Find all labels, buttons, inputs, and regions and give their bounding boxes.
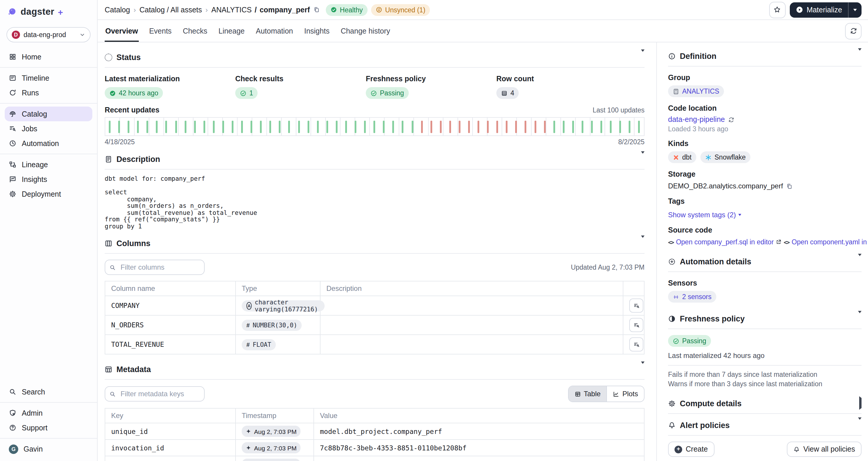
update-bar[interactable]: [118, 120, 120, 133]
update-bar[interactable]: [288, 120, 290, 133]
tab-insights[interactable]: Insights: [304, 20, 330, 42]
update-bar[interactable]: [393, 120, 394, 133]
update-bar[interactable]: [345, 120, 347, 133]
update-bar[interactable]: [383, 120, 385, 133]
tab-events[interactable]: Events: [149, 20, 172, 42]
show-system-tags-link[interactable]: Show system tags (2): [668, 211, 862, 219]
update-bar[interactable]: [619, 120, 621, 133]
collapse-section-button[interactable]: [641, 238, 645, 249]
update-bar[interactable]: [534, 120, 536, 133]
sidebar-item-jobs[interactable]: Jobs: [5, 121, 92, 136]
sidebar-item-search[interactable]: Search: [5, 384, 92, 399]
tab-automation[interactable]: Automation: [255, 20, 293, 42]
tab-change-history[interactable]: Change history: [340, 20, 391, 42]
collapse-section-button[interactable]: [641, 364, 645, 374]
kind-badge-dbt[interactable]: dbt: [668, 151, 696, 163]
sidebar-item-insights[interactable]: Insights: [5, 172, 92, 186]
update-bar[interactable]: [213, 120, 215, 133]
sidebar-item-catalog[interactable]: Catalog: [5, 107, 92, 121]
update-bar[interactable]: [525, 120, 527, 133]
timestamp-badge[interactable]: Aug 2, 7:03 PM: [242, 426, 301, 437]
update-bar[interactable]: [582, 120, 583, 133]
update-bar[interactable]: [373, 120, 375, 133]
update-bar[interactable]: [563, 120, 564, 133]
update-bar[interactable]: [109, 120, 111, 133]
update-bar[interactable]: [544, 120, 546, 133]
update-bar[interactable]: [156, 120, 158, 133]
refresh-button[interactable]: [845, 23, 862, 39]
update-bar[interactable]: [402, 120, 404, 133]
reload-icon[interactable]: [728, 116, 734, 123]
unsynced-badge[interactable]: Unsynced (1): [371, 4, 430, 16]
view-all-policies-button[interactable]: View all policies: [787, 441, 862, 457]
timestamp-badge[interactable]: Aug 2, 7:03 PM: [242, 442, 301, 453]
update-bar[interactable]: [468, 120, 470, 133]
update-bar[interactable]: [270, 120, 271, 133]
breadcrumb-group[interactable]: ANALYTICS: [211, 6, 252, 14]
collapse-section-button[interactable]: [641, 154, 645, 164]
toggle-table-view[interactable]: Table: [568, 386, 606, 402]
update-bar[interactable]: [629, 120, 631, 133]
update-bar[interactable]: [364, 120, 366, 133]
sidebar-item-admin[interactable]: Admin: [5, 406, 92, 421]
create-alert-button[interactable]: + Create: [668, 441, 714, 457]
update-bar[interactable]: [449, 120, 451, 133]
update-bar[interactable]: [204, 120, 205, 133]
copy-icon[interactable]: [786, 183, 793, 189]
kind-badge-snowflake[interactable]: Snowflake: [701, 151, 750, 163]
view-column-lineage-button[interactable]: [629, 337, 643, 351]
group-badge[interactable]: ANALYTICS: [668, 85, 724, 97]
update-bar[interactable]: [327, 120, 328, 133]
sidebar-item-automation[interactable]: Automation: [5, 136, 92, 151]
update-bar[interactable]: [250, 120, 252, 133]
sidebar-item-runs[interactable]: Runs: [5, 85, 92, 100]
update-bar[interactable]: [440, 120, 441, 133]
breadcrumb-all-assets[interactable]: Catalog / All assets: [140, 6, 202, 14]
sidebar-item-deployment[interactable]: Deployment: [5, 186, 92, 201]
columns-filter-input[interactable]: [105, 260, 205, 275]
update-bar[interactable]: [137, 120, 139, 133]
materialize-menu-button[interactable]: [848, 8, 862, 11]
update-bar[interactable]: [591, 120, 593, 133]
brand-logo[interactable]: dagster +: [0, 0, 97, 17]
breadcrumb-catalog[interactable]: Catalog: [105, 6, 130, 14]
collapse-section-button[interactable]: [858, 256, 862, 267]
update-bar[interactable]: [600, 120, 602, 133]
tab-checks[interactable]: Checks: [182, 20, 208, 42]
update-bar[interactable]: [572, 120, 574, 133]
check-results-badge[interactable]: 1: [235, 87, 258, 99]
update-bar[interactable]: [184, 120, 186, 133]
update-bar[interactable]: [516, 120, 517, 133]
view-column-lineage-button[interactable]: [629, 318, 643, 332]
sensors-badge[interactable]: 2 sensors: [668, 291, 716, 302]
toggle-plots-view[interactable]: Plots: [607, 386, 644, 402]
update-bar[interactable]: [553, 120, 555, 133]
update-bar[interactable]: [638, 120, 640, 133]
collapse-section-button[interactable]: [858, 313, 862, 324]
update-bar[interactable]: [260, 120, 262, 133]
sidebar-item-timeline[interactable]: Timeline: [5, 71, 92, 85]
update-bar[interactable]: [165, 120, 167, 133]
copy-icon[interactable]: [313, 6, 320, 13]
sidebar-item-home[interactable]: Home: [5, 50, 92, 64]
update-bar[interactable]: [354, 120, 356, 133]
update-bar[interactable]: [307, 120, 309, 133]
materialize-button[interactable]: Materialize: [789, 6, 848, 14]
open-yaml-link[interactable]: Open component.yaml in editor: [792, 238, 868, 246]
update-bar[interactable]: [232, 120, 234, 133]
health-badge[interactable]: Healthy: [326, 4, 368, 16]
sidebar-item-lineage[interactable]: Lineage: [5, 157, 92, 172]
tab-overview[interactable]: Overview: [105, 20, 138, 42]
view-column-lineage-button[interactable]: [629, 298, 643, 313]
update-bar[interactable]: [430, 120, 432, 133]
update-bar[interactable]: [487, 120, 489, 133]
freshness-badge[interactable]: Passing: [366, 87, 409, 99]
latest-materialization-badge[interactable]: 42 hours ago: [105, 87, 163, 99]
update-bar[interactable]: [411, 120, 413, 133]
update-bar[interactable]: [241, 120, 243, 133]
update-bar[interactable]: [298, 120, 300, 133]
update-bar[interactable]: [421, 120, 423, 133]
update-bar[interactable]: [506, 120, 508, 133]
collapse-section-button[interactable]: [858, 420, 862, 430]
update-bar[interactable]: [175, 120, 177, 133]
